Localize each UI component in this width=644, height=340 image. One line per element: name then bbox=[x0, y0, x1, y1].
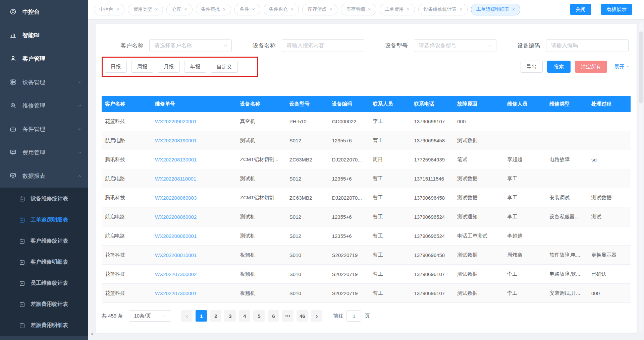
report-tab-3[interactable]: 月报 bbox=[158, 61, 180, 73]
order-number-link[interactable]: WX202208060002 bbox=[155, 214, 197, 220]
close-tab-icon[interactable]: × bbox=[223, 7, 226, 12]
tab-6[interactable]: 备件返仓× bbox=[264, 4, 299, 15]
table-cell: WX202208130001 bbox=[152, 150, 237, 169]
filter-field[interactable] bbox=[414, 39, 496, 52]
page-size-select[interactable] bbox=[129, 310, 171, 322]
close-tab-icon[interactable]: × bbox=[184, 7, 187, 12]
tab-8[interactable]: 库存明细× bbox=[341, 4, 376, 15]
tab-5[interactable]: 备件× bbox=[234, 4, 260, 15]
scrollbar-thumb[interactable] bbox=[639, 31, 643, 104]
filter-field[interactable] bbox=[282, 39, 364, 52]
sidebar-item-label: 设备管理 bbox=[22, 78, 45, 86]
search-button[interactable]: 搜索 bbox=[547, 61, 571, 73]
table-cell: 曹工 bbox=[370, 265, 411, 284]
expand-link[interactable]: 展开 bbox=[614, 64, 631, 70]
table-cell: 测试数据 bbox=[454, 131, 504, 150]
close-tab-icon[interactable]: × bbox=[155, 7, 158, 12]
sidebar-item-2[interactable]: 智能BI bbox=[0, 23, 88, 47]
page-button-1[interactable]: 1 bbox=[196, 310, 207, 322]
filter-group-1: 客户名称 bbox=[102, 39, 234, 52]
page-button-3[interactable]: 3 bbox=[224, 310, 236, 322]
tab-10[interactable]: 设备维修统计表× bbox=[418, 4, 468, 15]
sidebar-subitem-label: 客户维修明细表 bbox=[31, 259, 68, 266]
filter-input-4[interactable] bbox=[546, 39, 629, 52]
table-cell: S010 bbox=[286, 246, 329, 265]
order-number-link[interactable]: WX202207300002 bbox=[155, 271, 197, 277]
filter-field[interactable] bbox=[149, 39, 232, 52]
report-tab-4[interactable]: 年报 bbox=[184, 61, 206, 73]
next-page-button[interactable]: › bbox=[311, 310, 322, 322]
order-number-link[interactable]: WX202208130001 bbox=[155, 157, 197, 162]
close-tab-icon[interactable]: × bbox=[407, 7, 410, 12]
page-button-5[interactable]: 5 bbox=[253, 310, 265, 322]
filter-select-3[interactable] bbox=[414, 39, 496, 52]
prev-page-button[interactable]: ‹ bbox=[181, 310, 193, 322]
sidebar-subitem-5[interactable]: 员工维修统计表 bbox=[0, 273, 88, 294]
order-number-link[interactable]: WX202208110001 bbox=[155, 176, 196, 182]
close-tab-icon[interactable]: × bbox=[329, 7, 332, 12]
clear-all-button[interactable]: 清空所有 bbox=[575, 61, 607, 73]
table-cell: 电路故障,软... bbox=[546, 265, 588, 284]
goto-page-input[interactable] bbox=[346, 310, 361, 322]
sidebar-subitem-1[interactable]: 设备维修统计表 bbox=[0, 188, 88, 209]
report-tab-2[interactable]: 周报 bbox=[131, 61, 153, 73]
sidebar-item-8[interactable]: 数据报表 bbox=[0, 164, 88, 188]
report-tab-5[interactable]: 自定义 bbox=[211, 61, 238, 73]
sidebar-subitem-2[interactable]: 工单追踪明细表 bbox=[0, 209, 88, 230]
close-tab-icon[interactable]: × bbox=[512, 7, 515, 12]
order-number-link[interactable]: WX202208190001 bbox=[155, 138, 197, 143]
sidebar-item-6[interactable]: 备件管理 bbox=[0, 117, 88, 141]
order-number-link[interactable]: WX202208060001 bbox=[155, 233, 197, 239]
order-number-link[interactable]: WX202208010001 bbox=[155, 252, 197, 258]
table-cell: 花篮科技 bbox=[102, 265, 152, 284]
close-tab-icon[interactable]: × bbox=[460, 7, 462, 12]
board-display-button[interactable]: 看板展示 bbox=[601, 4, 632, 15]
tab-4[interactable]: 备件审批× bbox=[196, 4, 231, 15]
report-icon bbox=[9, 172, 17, 180]
tab-7[interactable]: 库存清点× bbox=[302, 4, 337, 15]
page-button-6[interactable]: 6 bbox=[268, 310, 279, 322]
sidebar-item-3[interactable]: 客户管理 bbox=[0, 47, 88, 70]
total-count: 共 459 条 bbox=[102, 313, 123, 319]
sidebar-subitem-6[interactable]: 差旅费用统计表 bbox=[0, 294, 88, 315]
column-header: 客户名称 bbox=[102, 96, 152, 112]
table-cell: 周炜鑫 bbox=[504, 246, 546, 265]
page-size-value[interactable] bbox=[129, 310, 171, 322]
page-button-46[interactable]: 46 bbox=[297, 310, 308, 322]
filter-field[interactable] bbox=[546, 39, 629, 52]
page-button-2[interactable]: 2 bbox=[210, 310, 221, 322]
table-cell: 李工 bbox=[504, 265, 546, 284]
close-button[interactable]: 关闭 bbox=[570, 4, 591, 15]
sidebar-item-label: 备件管理 bbox=[22, 125, 45, 133]
spare-parts-icon bbox=[9, 125, 17, 133]
tab-2[interactable]: 费用类型× bbox=[128, 4, 163, 15]
sidebar-subitem-4[interactable]: 客户维修明细表 bbox=[0, 252, 88, 273]
export-button[interactable]: 导出 bbox=[521, 61, 543, 73]
tab-9[interactable]: 工单费用× bbox=[380, 4, 415, 15]
close-tab-icon[interactable]: × bbox=[252, 7, 255, 12]
filter-input-2[interactable] bbox=[282, 39, 364, 52]
collapse-left-icon[interactable]: ◄ bbox=[90, 332, 94, 336]
report-tab-1[interactable]: 日报 bbox=[105, 61, 127, 73]
close-tab-icon[interactable]: × bbox=[291, 7, 293, 12]
page-button-4[interactable]: 4 bbox=[239, 310, 250, 322]
vertical-scrollbar[interactable] bbox=[639, 22, 643, 331]
tab-1[interactable]: 中控台× bbox=[94, 4, 124, 15]
order-number-link[interactable]: WX202207300001 bbox=[155, 290, 197, 296]
sidebar-item-5[interactable]: 维修管理 bbox=[0, 94, 88, 117]
filter-group-3: 设备型号 bbox=[366, 39, 498, 52]
sidebar-item-1[interactable]: 中控台 bbox=[0, 0, 88, 23]
table-header-row: 客户名称维修单号设备名称设备型号设备编码联系人员联系电话故障原因维修人员维修类型… bbox=[102, 96, 631, 112]
order-number-link[interactable]: WX202208060003 bbox=[155, 195, 197, 201]
tab-11[interactable]: 工单追踪明细表× bbox=[471, 4, 520, 15]
sidebar-subitem-3[interactable]: 客户维修统计表 bbox=[0, 230, 88, 252]
sidebar-subitem-7[interactable]: 差旅费用明细表 bbox=[0, 315, 88, 336]
close-tab-icon[interactable]: × bbox=[368, 7, 371, 12]
sidebar-item-7[interactable]: 费用管理 bbox=[0, 141, 88, 164]
table-cell: 13790696107 bbox=[411, 284, 454, 303]
sidebar-item-4[interactable]: 设备管理 bbox=[0, 70, 88, 94]
close-tab-icon[interactable]: × bbox=[116, 7, 119, 12]
filter-select-1[interactable] bbox=[149, 39, 232, 52]
order-number-link[interactable]: WX202209020001 bbox=[155, 119, 197, 124]
tab-3[interactable]: 仓库× bbox=[166, 4, 192, 15]
